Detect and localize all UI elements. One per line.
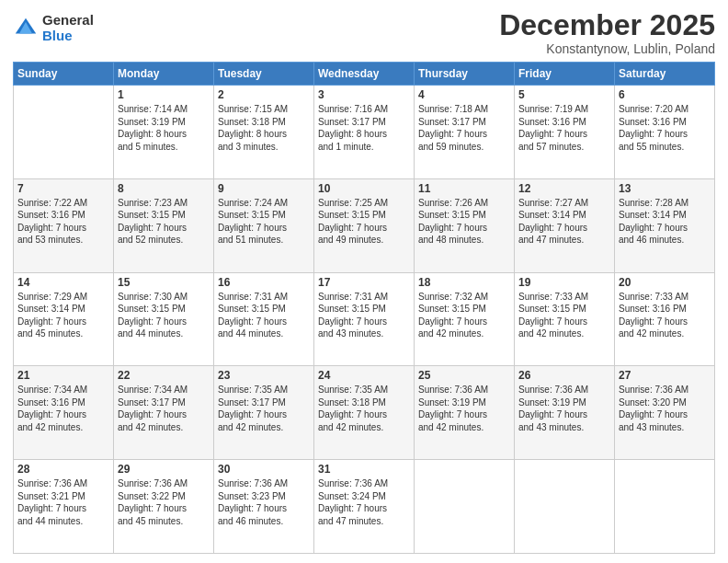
day-info: Sunrise: 7:32 AMSunset: 3:15 PMDaylight:… [418, 291, 510, 340]
header: General Blue December 2025 Konstantynow,… [13, 9, 715, 56]
day-info: Sunrise: 7:25 AMSunset: 3:15 PMDaylight:… [318, 197, 410, 247]
day-info: Sunrise: 7:27 AMSunset: 3:14 PMDaylight:… [518, 197, 610, 247]
day-info: Sunrise: 7:31 AMSunset: 3:15 PMDaylight:… [318, 291, 410, 340]
day-number: 12 [518, 182, 610, 195]
day-info: Sunrise: 7:34 AMSunset: 3:17 PMDaylight:… [118, 384, 210, 433]
calendar-cell: 10Sunrise: 7:25 AMSunset: 3:15 PMDayligh… [314, 178, 415, 272]
calendar-week-2: 7Sunrise: 7:22 AMSunset: 3:16 PMDaylight… [14, 178, 715, 272]
day-info: Sunrise: 7:30 AMSunset: 3:15 PMDaylight:… [118, 291, 210, 340]
day-info: Sunrise: 7:19 AMSunset: 3:16 PMDaylight:… [518, 103, 610, 153]
day-info: Sunrise: 7:26 AMSunset: 3:15 PMDaylight:… [418, 197, 510, 247]
day-number: 24 [318, 369, 410, 382]
logo-icon [13, 16, 39, 41]
day-info: Sunrise: 7:36 AMSunset: 3:24 PMDaylight:… [318, 477, 410, 527]
calendar-cell: 19Sunrise: 7:33 AMSunset: 3:15 PMDayligh… [515, 272, 615, 366]
day-info: Sunrise: 7:36 AMSunset: 3:20 PMDaylight:… [619, 384, 711, 433]
day-info: Sunrise: 7:24 AMSunset: 3:15 PMDaylight:… [218, 197, 310, 247]
calendar-week-3: 14Sunrise: 7:29 AMSunset: 3:14 PMDayligh… [14, 272, 715, 366]
day-number: 28 [17, 463, 109, 476]
logo: General Blue [13, 13, 94, 43]
day-number: 1 [118, 88, 210, 101]
calendar-body: 1Sunrise: 7:14 AMSunset: 3:19 PMDaylight… [14, 86, 715, 554]
day-info: Sunrise: 7:36 AMSunset: 3:19 PMDaylight:… [518, 384, 610, 433]
weekday-header-wednesday: Wednesday [314, 63, 415, 86]
day-number: 29 [118, 463, 210, 476]
calendar-cell: 22Sunrise: 7:34 AMSunset: 3:17 PMDayligh… [114, 366, 214, 460]
day-number: 9 [218, 182, 310, 195]
calendar-cell [14, 86, 114, 179]
day-number: 13 [619, 182, 711, 195]
weekday-header-sunday: Sunday [14, 63, 114, 86]
day-info: Sunrise: 7:35 AMSunset: 3:17 PMDaylight:… [218, 384, 310, 433]
calendar-cell: 2Sunrise: 7:15 AMSunset: 3:18 PMDaylight… [214, 86, 314, 179]
day-number: 8 [118, 182, 210, 195]
day-info: Sunrise: 7:31 AMSunset: 3:15 PMDaylight:… [218, 291, 310, 340]
calendar-cell: 9Sunrise: 7:24 AMSunset: 3:15 PMDaylight… [214, 178, 314, 272]
day-number: 19 [518, 276, 610, 289]
calendar-cell: 18Sunrise: 7:32 AMSunset: 3:15 PMDayligh… [415, 272, 515, 366]
day-info: Sunrise: 7:36 AMSunset: 3:22 PMDaylight:… [118, 477, 210, 527]
calendar-cell: 8Sunrise: 7:23 AMSunset: 3:15 PMDaylight… [114, 178, 214, 272]
day-number: 20 [619, 276, 711, 289]
weekday-header-monday: Monday [114, 63, 214, 86]
day-number: 30 [218, 463, 310, 476]
day-number: 31 [318, 463, 410, 476]
day-info: Sunrise: 7:22 AMSunset: 3:16 PMDaylight:… [17, 197, 109, 247]
day-number: 4 [418, 88, 510, 101]
day-number: 23 [218, 369, 310, 382]
weekday-header-row: SundayMondayTuesdayWednesdayThursdayFrid… [14, 63, 715, 86]
calendar-cell: 25Sunrise: 7:36 AMSunset: 3:19 PMDayligh… [415, 366, 515, 460]
day-number: 15 [118, 276, 210, 289]
calendar-cell: 30Sunrise: 7:36 AMSunset: 3:23 PMDayligh… [214, 460, 314, 554]
day-info: Sunrise: 7:18 AMSunset: 3:17 PMDaylight:… [418, 103, 510, 153]
day-info: Sunrise: 7:33 AMSunset: 3:16 PMDaylight:… [619, 291, 711, 340]
month-title: December 2025 [499, 9, 715, 41]
logo-blue: Blue [42, 29, 94, 44]
day-number: 10 [318, 182, 410, 195]
calendar-cell: 1Sunrise: 7:14 AMSunset: 3:19 PMDaylight… [114, 86, 214, 179]
day-number: 3 [318, 88, 410, 101]
weekday-header-thursday: Thursday [415, 63, 515, 86]
calendar-cell: 4Sunrise: 7:18 AMSunset: 3:17 PMDaylight… [415, 86, 515, 179]
calendar-cell: 13Sunrise: 7:28 AMSunset: 3:14 PMDayligh… [615, 178, 715, 272]
day-number: 11 [418, 182, 510, 195]
calendar-cell: 24Sunrise: 7:35 AMSunset: 3:18 PMDayligh… [314, 366, 415, 460]
weekday-header-tuesday: Tuesday [214, 63, 314, 86]
calendar-cell: 16Sunrise: 7:31 AMSunset: 3:15 PMDayligh… [214, 272, 314, 366]
page: General Blue December 2025 Konstantynow,… [0, 0, 728, 563]
calendar-cell: 21Sunrise: 7:34 AMSunset: 3:16 PMDayligh… [14, 366, 114, 460]
day-number: 16 [218, 276, 310, 289]
day-number: 7 [17, 182, 109, 195]
calendar-cell: 29Sunrise: 7:36 AMSunset: 3:22 PMDayligh… [114, 460, 214, 554]
calendar-cell: 11Sunrise: 7:26 AMSunset: 3:15 PMDayligh… [415, 178, 515, 272]
weekday-header-friday: Friday [515, 63, 615, 86]
day-info: Sunrise: 7:16 AMSunset: 3:17 PMDaylight:… [318, 103, 410, 153]
calendar-week-5: 28Sunrise: 7:36 AMSunset: 3:21 PMDayligh… [14, 460, 715, 554]
logo-general: General [42, 13, 94, 29]
day-number: 22 [118, 369, 210, 382]
calendar-cell [615, 460, 715, 554]
day-number: 21 [17, 369, 109, 382]
day-info: Sunrise: 7:20 AMSunset: 3:16 PMDaylight:… [619, 103, 711, 153]
day-number: 5 [518, 88, 610, 101]
day-info: Sunrise: 7:34 AMSunset: 3:16 PMDaylight:… [17, 384, 109, 433]
day-info: Sunrise: 7:35 AMSunset: 3:18 PMDaylight:… [318, 384, 410, 433]
calendar-cell: 6Sunrise: 7:20 AMSunset: 3:16 PMDaylight… [615, 86, 715, 179]
day-info: Sunrise: 7:23 AMSunset: 3:15 PMDaylight:… [118, 197, 210, 247]
day-number: 18 [418, 276, 510, 289]
title-block: December 2025 Konstantynow, Lublin, Pola… [499, 9, 715, 56]
calendar-cell [515, 460, 615, 554]
calendar-cell: 27Sunrise: 7:36 AMSunset: 3:20 PMDayligh… [615, 366, 715, 460]
day-info: Sunrise: 7:15 AMSunset: 3:18 PMDaylight:… [218, 103, 310, 153]
calendar-cell: 20Sunrise: 7:33 AMSunset: 3:16 PMDayligh… [615, 272, 715, 366]
day-number: 14 [17, 276, 109, 289]
day-info: Sunrise: 7:36 AMSunset: 3:23 PMDaylight:… [218, 477, 310, 527]
calendar-cell: 28Sunrise: 7:36 AMSunset: 3:21 PMDayligh… [14, 460, 114, 554]
calendar-cell: 7Sunrise: 7:22 AMSunset: 3:16 PMDaylight… [14, 178, 114, 272]
day-info: Sunrise: 7:33 AMSunset: 3:15 PMDaylight:… [518, 291, 610, 340]
calendar-cell: 3Sunrise: 7:16 AMSunset: 3:17 PMDaylight… [314, 86, 415, 179]
calendar-cell: 5Sunrise: 7:19 AMSunset: 3:16 PMDaylight… [515, 86, 615, 179]
day-number: 25 [418, 369, 510, 382]
calendar-cell: 15Sunrise: 7:30 AMSunset: 3:15 PMDayligh… [114, 272, 214, 366]
day-number: 27 [619, 369, 711, 382]
